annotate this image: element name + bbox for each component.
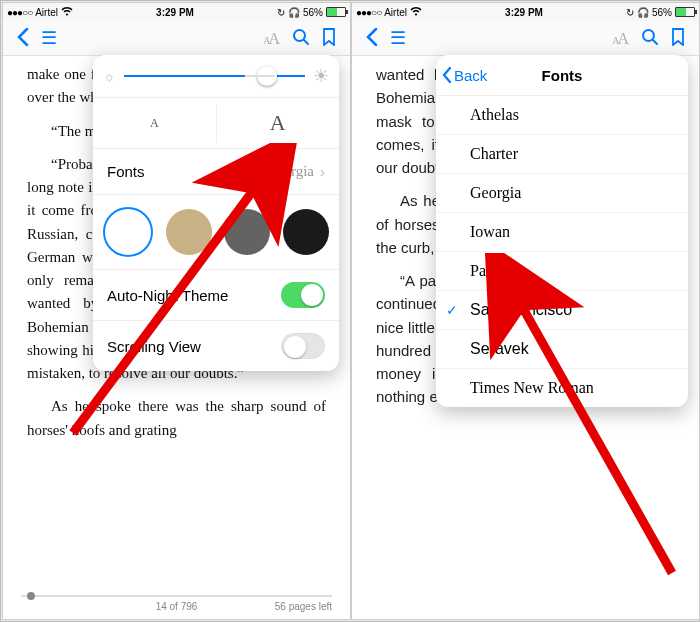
carrier-label: Airtel xyxy=(384,7,407,18)
svg-line-1 xyxy=(304,40,308,44)
font-option-label: Georgia xyxy=(470,184,521,202)
fonts-row-label: Fonts xyxy=(107,163,266,180)
font-size-decrease[interactable]: A xyxy=(93,104,217,143)
bookmark-button[interactable] xyxy=(665,28,691,49)
toc-button[interactable]: ☰ xyxy=(35,29,63,47)
fonts-popover: Back Fonts AthelasCharterGeorgiaIowanPal… xyxy=(436,55,688,407)
font-option-iowan[interactable]: Iowan xyxy=(436,213,688,252)
font-size-increase[interactable]: A xyxy=(217,98,340,148)
battery-icon xyxy=(675,7,695,17)
font-option-label: San Francisco xyxy=(470,301,572,319)
battery-pct: 56% xyxy=(303,7,323,18)
brightness-thumb[interactable] xyxy=(257,66,277,86)
battery-icon xyxy=(326,7,346,17)
back-button[interactable] xyxy=(11,28,35,49)
theme-row xyxy=(93,195,339,270)
bookmark-button[interactable] xyxy=(316,28,342,49)
font-option-label: Palatino xyxy=(470,262,522,280)
brightness-low-icon: ☼ xyxy=(103,68,116,84)
font-option-athelas[interactable]: Athelas xyxy=(436,96,688,135)
scrolling-view-row: Scrolling View xyxy=(93,321,339,371)
reader-toolbar: ☰ AA xyxy=(352,21,699,56)
signal-dots-icon: ●●●○○ xyxy=(7,7,32,18)
rotation-lock-icon: ↻ xyxy=(626,7,634,18)
fonts-list: AthelasCharterGeorgiaIowanPalatino✓San F… xyxy=(436,96,688,407)
brightness-row: ☼ ☀ xyxy=(93,55,339,98)
theme-sepia[interactable] xyxy=(166,209,212,255)
appearance-button[interactable]: AA xyxy=(606,29,635,47)
toc-button[interactable]: ☰ xyxy=(384,29,412,47)
auto-night-row: Auto-Night Theme xyxy=(93,270,339,321)
rotation-lock-icon: ↻ xyxy=(277,7,285,18)
chevron-right-icon: › xyxy=(320,163,325,180)
theme-black[interactable] xyxy=(283,209,329,255)
font-option-label: Seravek xyxy=(470,340,529,358)
scrolling-view-label: Scrolling View xyxy=(107,338,281,355)
pages-left: 56 pages left xyxy=(228,601,332,612)
appearance-popover: ☼ ☀ A A Fonts Georgia › Auto-Night Theme xyxy=(93,55,339,371)
check-icon: ✓ xyxy=(446,302,458,318)
theme-gray[interactable] xyxy=(224,209,270,255)
fonts-row-value: Georgia xyxy=(266,163,314,180)
headphones-icon: 🎧 xyxy=(637,7,649,18)
brightness-slider[interactable] xyxy=(124,75,305,77)
progress-thumb[interactable] xyxy=(27,592,35,600)
search-button[interactable] xyxy=(635,28,665,49)
auto-night-label: Auto-Night Theme xyxy=(107,287,281,304)
search-button[interactable] xyxy=(286,28,316,49)
signal-dots-icon: ●●●○○ xyxy=(356,7,381,18)
carrier-label: Airtel xyxy=(35,7,58,18)
progress-track[interactable] xyxy=(21,595,332,597)
wifi-icon xyxy=(61,7,73,18)
status-bar: ●●●○○ Airtel 3:29 PM ↻ 🎧 56% xyxy=(352,3,699,21)
headphones-icon: 🎧 xyxy=(288,7,300,18)
font-option-san-francisco[interactable]: ✓San Francisco xyxy=(436,291,688,330)
reader-toolbar: ☰ AA xyxy=(3,21,350,56)
font-option-georgia[interactable]: Georgia xyxy=(436,174,688,213)
font-option-label: Charter xyxy=(470,145,518,163)
fonts-row[interactable]: Fonts Georgia › xyxy=(93,149,339,195)
screenshot-left: ●●●○○ Airtel 3:29 PM ↻ 🎧 56% ☰ AA xyxy=(3,3,350,619)
page-indicator: 14 of 796 xyxy=(125,601,229,612)
theme-white[interactable] xyxy=(103,207,153,257)
back-button[interactable] xyxy=(360,28,384,49)
font-option-label: Times New Roman xyxy=(470,379,594,397)
svg-line-4 xyxy=(653,40,657,44)
clock: 3:29 PM xyxy=(73,7,277,18)
fonts-back-button[interactable]: Back xyxy=(436,67,487,84)
paragraph: As he spoke there was the sharp sound of… xyxy=(27,395,326,442)
fonts-popover-header: Back Fonts xyxy=(436,55,688,96)
battery-pct: 56% xyxy=(652,7,672,18)
font-option-label: Athelas xyxy=(470,106,519,124)
screenshot-right: ●●●○○ Airtel 3:29 PM ↻ 🎧 56% ☰ AA xyxy=(352,3,699,619)
font-option-palatino[interactable]: Palatino xyxy=(436,252,688,291)
brightness-high-icon: ☀ xyxy=(313,65,329,87)
reader-footer: 14 of 796 56 pages left xyxy=(3,593,350,619)
clock: 3:29 PM xyxy=(422,7,626,18)
font-option-seravek[interactable]: Seravek xyxy=(436,330,688,369)
font-size-row: A A xyxy=(93,98,339,149)
font-option-times-new-roman[interactable]: Times New Roman xyxy=(436,369,688,407)
auto-night-toggle[interactable] xyxy=(281,282,325,308)
appearance-button[interactable]: AA xyxy=(257,29,286,47)
font-option-charter[interactable]: Charter xyxy=(436,135,688,174)
status-bar: ●●●○○ Airtel 3:29 PM ↻ 🎧 56% xyxy=(3,3,350,21)
scrolling-view-toggle[interactable] xyxy=(281,333,325,359)
fonts-back-label: Back xyxy=(454,67,487,84)
wifi-icon xyxy=(410,7,422,18)
font-option-label: Iowan xyxy=(470,223,510,241)
